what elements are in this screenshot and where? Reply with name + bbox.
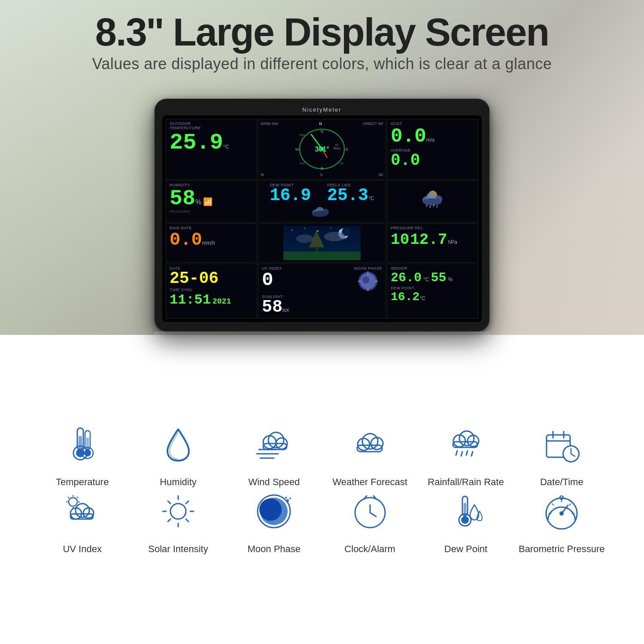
- time-value: 11:51: [170, 292, 211, 308]
- rain-value: 0.0: [170, 231, 202, 249]
- dew-point-value: 16.9: [270, 187, 311, 204]
- outdoor-temp-value: 25.9: [170, 132, 223, 154]
- svg-line-70: [461, 452, 462, 456]
- humidity-icon: [157, 423, 200, 466]
- svg-line-69: [456, 451, 457, 455]
- feature-wind: Wind Speed: [226, 421, 322, 488]
- svg-point-92: [170, 504, 186, 519]
- compass-top-labels: WIND NW N DIRECT NE: [261, 122, 383, 126]
- indoor-cell: INDOOR 26.0 °C 55 % DEW POINT 16.2 °C: [387, 264, 478, 319]
- svg-rect-114: [464, 503, 466, 516]
- moon-label: Moon Phase: [248, 544, 301, 555]
- svg-point-22: [423, 198, 442, 205]
- indoor-temp: 26.0: [391, 270, 422, 285]
- svg-line-120: [552, 504, 554, 505]
- indoor-dew-unit: °C: [419, 295, 425, 301]
- wind-label: Wind Speed: [248, 477, 300, 488]
- compass-svg: N E S W NW SW SE 10: [292, 127, 352, 172]
- feels-like-value: 25.3: [327, 187, 368, 204]
- screen-row-3: RAIN RATE 0.0 mm/h: [166, 223, 478, 263]
- rain-cell: RAIN RATE 0.0 mm/h: [166, 223, 257, 263]
- svg-point-105: [285, 497, 287, 498]
- weather-scene-svg: [283, 226, 361, 260]
- feature-forecast: Weather Forecast: [322, 421, 418, 488]
- svg-text:10: 10: [335, 143, 338, 146]
- screen-row-4: DATE 25-06 TIME SYNC 11:51 2021 UV INDEX: [166, 264, 478, 319]
- forecast-icon-circle: [346, 421, 394, 468]
- average-value: 0.0: [391, 152, 420, 169]
- indoor-dew-value: 16.2: [391, 290, 419, 304]
- svg-rect-52: [86, 437, 89, 450]
- feature-solar: Solar Intensity: [130, 488, 226, 555]
- compass-se-label: SE: [378, 173, 383, 177]
- svg-line-23: [426, 204, 427, 207]
- pressure-icon: [540, 490, 583, 533]
- indoor-label: INDOOR: [391, 266, 474, 270]
- gust-cell: GUST 0.0 m/s AVERAGE 0.0: [387, 119, 478, 179]
- humidity-value: 58: [170, 188, 195, 210]
- compass-bottom-labels: W S SE: [261, 173, 383, 177]
- direct-label: DIRECT NE: [363, 122, 383, 126]
- forecast-icon: [349, 423, 392, 466]
- svg-point-53: [84, 450, 91, 456]
- svg-point-29: [292, 230, 292, 231]
- page-title: 8.3'' Large Display Screen: [0, 13, 644, 52]
- moon-label: MOON PHASE: [354, 266, 382, 270]
- rainfall-icon-circle: [442, 421, 489, 468]
- svg-line-97: [168, 501, 170, 504]
- compass-cell: WIND NW N DIRECT NE N E S W NW: [258, 119, 386, 179]
- feels-like-unit: °C: [368, 195, 374, 201]
- svg-line-98: [186, 519, 188, 522]
- feature-uv: UV Index: [34, 488, 130, 555]
- svg-text:SE: SE: [340, 161, 344, 165]
- pressure-value1: 10: [391, 231, 409, 249]
- svg-point-54: [263, 436, 276, 449]
- clock-label: Clock/Alarm: [344, 544, 395, 555]
- pressure-label: PRESSURE REL: [391, 226, 474, 230]
- time-year: 2021: [213, 297, 231, 306]
- svg-point-62: [362, 434, 378, 449]
- weather-forecast-icon: [418, 186, 448, 208]
- time-label: TIME SYNC: [170, 288, 253, 292]
- features-grid: Temperature Humidity: [0, 395, 644, 572]
- svg-point-104: [286, 499, 289, 502]
- moon-icon-circle: [250, 488, 298, 535]
- svg-point-17: [313, 211, 328, 217]
- sunlight-unit: lux: [283, 307, 289, 313]
- moon-icon: [252, 490, 295, 533]
- svg-line-24: [430, 205, 431, 208]
- gust-unit: m/s: [426, 137, 434, 143]
- datetime-icon: [540, 423, 583, 466]
- wind-label: WIND NW: [261, 122, 279, 126]
- svg-rect-48: [79, 436, 82, 451]
- svg-line-90: [68, 497, 69, 498]
- date-value: 25-06: [170, 270, 219, 287]
- rainfall-icon: [444, 423, 487, 466]
- svg-point-115: [461, 516, 469, 524]
- dew-icon: [444, 490, 487, 533]
- uv-icon-circle: [59, 488, 106, 535]
- feature-pressure: Barometric Pressure: [514, 488, 610, 555]
- pressure-value2: 12.7: [410, 231, 447, 249]
- uv-label: UV Index: [63, 544, 102, 555]
- wind-icon-circle: [250, 421, 298, 468]
- screen-row-2: HUMIDITY 58 % 📶 24h CLEARS DEW POINT: [166, 180, 478, 222]
- svg-line-87: [77, 497, 78, 498]
- svg-rect-28: [283, 252, 361, 260]
- svg-point-66: [459, 431, 474, 446]
- datetime-cell: DATE 25-06 TIME SYNC 11:51 2021: [166, 264, 257, 319]
- indoor-humidity: 55: [431, 270, 447, 285]
- svg-point-37: [296, 234, 313, 243]
- svg-point-123: [559, 511, 564, 516]
- humidity-unit: %: [195, 198, 201, 206]
- uv-icon: [61, 490, 104, 533]
- svg-point-32: [330, 228, 331, 228]
- svg-point-30: [304, 228, 305, 229]
- svg-line-71: [466, 451, 468, 455]
- indoor-temp-unit: °C: [423, 276, 429, 283]
- average-cell-right: [387, 180, 478, 222]
- feature-rainfall: Rainfall/Rain Rate: [418, 421, 513, 488]
- clock-icon: [349, 490, 392, 533]
- svg-text:MINS: MINS: [333, 147, 341, 150]
- svg-point-82: [76, 504, 89, 517]
